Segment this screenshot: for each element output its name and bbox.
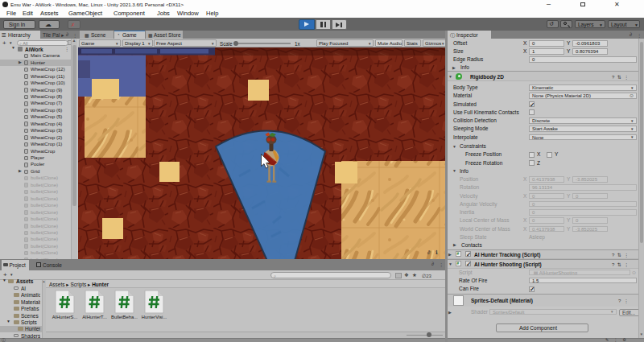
svg-text:ℹ: ℹ (436, 249, 438, 255)
svg-text:∂: ∂ (427, 249, 431, 255)
